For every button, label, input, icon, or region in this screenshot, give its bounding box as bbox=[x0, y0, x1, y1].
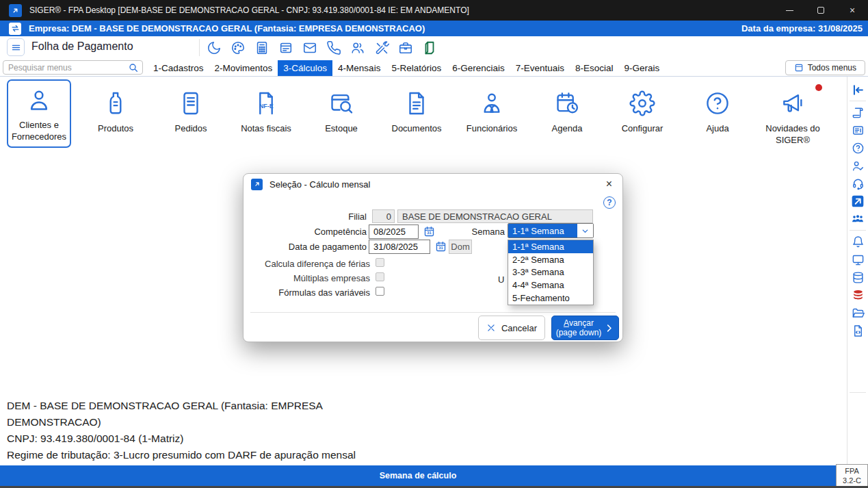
menu-hamburger-button[interactable] bbox=[7, 38, 25, 56]
minimize-button[interactable] bbox=[774, 0, 805, 21]
search-box[interactable] bbox=[3, 60, 143, 75]
cancel-button[interactable]: Cancelar bbox=[478, 316, 545, 340]
all-menus-button[interactable]: Todos menus bbox=[785, 60, 865, 75]
database-icon[interactable] bbox=[850, 270, 865, 285]
all-menus-label: Todos menus bbox=[808, 63, 856, 73]
tab-mensais[interactable]: 4-Mensais bbox=[332, 60, 386, 76]
chevron-down-icon[interactable] bbox=[577, 224, 593, 237]
pagamento-input[interactable]: 31/08/2025 bbox=[369, 240, 430, 254]
megaphone-icon bbox=[780, 88, 806, 116]
window-controls: × bbox=[774, 0, 868, 21]
folder-icon[interactable] bbox=[850, 305, 865, 320]
search-input[interactable] bbox=[8, 63, 128, 73]
tab-eventuais[interactable]: 7-Eventuais bbox=[510, 60, 570, 76]
news-icon[interactable] bbox=[850, 123, 865, 138]
moon-icon[interactable] bbox=[205, 39, 222, 56]
shortcut-documentos[interactable]: Documentos bbox=[379, 79, 454, 146]
toolbar-divider bbox=[199, 39, 200, 56]
advance-label: Avançar(page down) bbox=[556, 318, 602, 337]
code-file-icon[interactable] bbox=[850, 323, 865, 338]
calculator-icon[interactable] bbox=[253, 39, 270, 56]
cancel-label: Cancelar bbox=[501, 323, 537, 333]
company-info: DEM - BASE DE DEMONSTRACAO GERAL (Fantas… bbox=[7, 398, 356, 463]
palette-icon[interactable] bbox=[229, 39, 246, 56]
pagamento-calendar-button[interactable]: 31 bbox=[434, 240, 447, 253]
tab-movimentos[interactable]: 2-Movimentos bbox=[209, 60, 278, 76]
shortcut-configurar[interactable]: Configurar bbox=[605, 79, 680, 146]
monitor-icon[interactable] bbox=[850, 252, 865, 267]
dropdown-option-5[interactable]: 5-Fechamento bbox=[508, 292, 593, 305]
dialog-divider bbox=[250, 312, 616, 313]
close-button[interactable]: × bbox=[837, 0, 868, 21]
company-name: Empresa: DEM - BASE DE DEMONSTRACAO GERA… bbox=[29, 23, 425, 34]
svg-text:NF-E: NF-E bbox=[259, 103, 274, 110]
shortcut-clientes-fornecedores[interactable]: Clientes e Fornecedores bbox=[7, 79, 71, 148]
toolbar-icons bbox=[205, 39, 438, 56]
panel-icon[interactable] bbox=[277, 39, 294, 56]
user-check-icon[interactable] bbox=[850, 158, 865, 173]
company-date: Data da empresa: 31/08/2025 bbox=[741, 23, 863, 34]
exit-green-icon[interactable] bbox=[421, 39, 438, 56]
group-icon[interactable] bbox=[850, 211, 865, 227]
version-line: 3.2-C bbox=[837, 476, 867, 485]
tab-relatorios[interactable]: 5-Relatórios bbox=[386, 60, 447, 76]
switch-company-icon[interactable] bbox=[9, 23, 21, 35]
checkbox-formulas[interactable] bbox=[376, 287, 384, 296]
menu-tabs: 1-Cadastros 2-Movimentos 3-Cálculos 4-Me… bbox=[148, 59, 665, 77]
shortcut-agenda[interactable]: Agenda bbox=[529, 79, 605, 146]
dropdown-option-3[interactable]: 3-3ª Semana bbox=[508, 266, 593, 279]
competencia-input[interactable]: 08/2025 bbox=[369, 224, 419, 239]
obscured-label-fragment: U bbox=[498, 274, 504, 285]
tab-esocial[interactable]: 8-Esocial bbox=[570, 60, 619, 76]
headset-icon[interactable] bbox=[850, 176, 865, 191]
script-icon[interactable] bbox=[850, 105, 865, 120]
siger-app-icon[interactable] bbox=[850, 194, 865, 209]
tab-calculos[interactable]: 3-Cálculos bbox=[278, 60, 332, 76]
toolbar: Folha de Pagamento bbox=[0, 36, 868, 59]
help-icon[interactable] bbox=[850, 140, 865, 155]
shortcut-funcionarios[interactable]: Funcionários bbox=[454, 79, 529, 146]
siger-app-icon bbox=[9, 4, 22, 17]
dialog-title-bar[interactable]: Seleção - Cálculo mensal × bbox=[244, 174, 622, 194]
shortcut-produtos[interactable]: Produtos bbox=[78, 79, 153, 146]
phone-icon[interactable] bbox=[325, 39, 342, 56]
person-icon bbox=[25, 86, 53, 114]
tools-icon[interactable] bbox=[373, 39, 390, 56]
competencia-label: Competência bbox=[244, 227, 367, 237]
company-info-line: DEM - BASE DE DEMONSTRACAO GERAL (Fantas… bbox=[7, 398, 356, 414]
maximize-button[interactable] bbox=[805, 0, 837, 21]
competencia-calendar-button[interactable]: 31 bbox=[423, 225, 435, 237]
sidebar-divider bbox=[850, 392, 866, 393]
status-text: Semana de cálculo bbox=[380, 471, 457, 480]
filial-name-field: BASE DE DEMONSTRACAO GERAL bbox=[397, 209, 593, 223]
dropdown-option-1[interactable]: 1-1ª Semana bbox=[508, 240, 593, 253]
advance-button[interactable]: Avançar(page down) bbox=[551, 316, 619, 340]
shortcut-estoque[interactable]: Estoque bbox=[304, 79, 379, 146]
collapse-panel-icon[interactable] bbox=[850, 82, 865, 97]
dialog-calculo-mensal: Seleção - Cálculo mensal × ? Filial 0 BA… bbox=[243, 173, 623, 342]
dropdown-option-4[interactable]: 4-4ª Semana bbox=[508, 279, 593, 292]
search-icon[interactable] bbox=[128, 62, 139, 73]
shortcut-notas-fiscais[interactable]: NF-E Notas fiscais bbox=[228, 79, 304, 146]
semana-select[interactable]: 1-1ª Semana bbox=[508, 223, 594, 238]
bell-icon[interactable] bbox=[850, 234, 865, 249]
tab-cadastros[interactable]: 1-Cadastros bbox=[148, 60, 209, 76]
mail-icon[interactable] bbox=[301, 39, 318, 56]
tab-gerenciais[interactable]: 6-Gerenciais bbox=[447, 60, 510, 76]
dialog-close-button[interactable]: × bbox=[603, 178, 615, 190]
dialog-help-button[interactable]: ? bbox=[603, 196, 616, 209]
tab-gerais[interactable]: 9-Gerais bbox=[619, 60, 666, 76]
checkbox-ferias bbox=[376, 258, 384, 267]
status-bar: Semana de cálculo bbox=[0, 465, 836, 486]
window-title-bar: SIGER® - FPA Desktop [DEM-BASE DE DEMONS… bbox=[0, 0, 868, 21]
red-coins-icon[interactable] bbox=[850, 287, 865, 303]
filial-code-field: 0 bbox=[372, 209, 395, 223]
users-icon[interactable] bbox=[349, 39, 366, 56]
dropdown-option-2[interactable]: 2-2ª Semana bbox=[508, 253, 593, 266]
document-lines-icon bbox=[178, 88, 204, 116]
question-circle-icon bbox=[705, 88, 731, 116]
briefcase-icon[interactable] bbox=[397, 39, 414, 56]
shortcut-ajuda[interactable]: Ajuda bbox=[680, 79, 755, 146]
shortcut-pedidos[interactable]: Pedidos bbox=[153, 79, 228, 146]
version-line: FPA bbox=[837, 466, 867, 476]
